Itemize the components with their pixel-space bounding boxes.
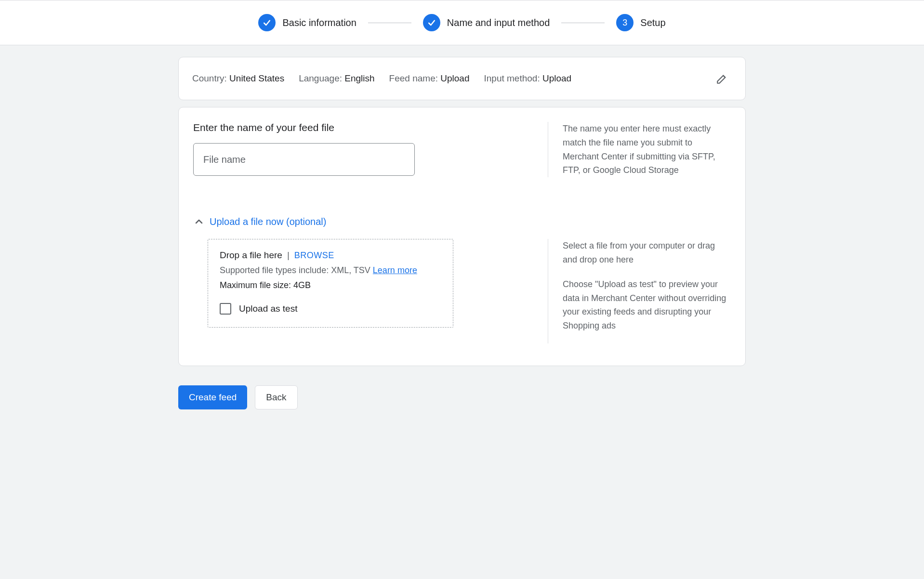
summary-input-method: Input method: Upload xyxy=(484,73,571,84)
browse-button[interactable]: BROWSE xyxy=(294,250,334,261)
step-connector xyxy=(368,23,411,23)
learn-more-link[interactable]: Learn more xyxy=(373,265,417,275)
step-name-input-method[interactable]: Name and input method xyxy=(423,14,550,31)
step-number-badge: 3 xyxy=(616,14,634,31)
drop-text: Drop a file here xyxy=(220,250,282,261)
stepper: Basic information Name and input method … xyxy=(0,0,924,45)
upload-now-label: Upload a file now (optional) xyxy=(210,216,326,227)
supported-types-text: Supported file types include: XML, TSV xyxy=(220,265,373,275)
summary-language: Language: English xyxy=(299,73,374,84)
upload-help-1: Select a file from your computer or drag… xyxy=(563,239,731,267)
feed-summary-card: Country: United States Language: English… xyxy=(178,57,746,100)
step-connector xyxy=(561,23,605,23)
create-feed-button[interactable]: Create feed xyxy=(178,385,247,409)
checkmark-icon xyxy=(258,14,276,31)
max-filesize-text: Maximum file size: 4GB xyxy=(220,280,441,290)
upload-as-test-label: Upload as test xyxy=(239,303,297,314)
summary-feed-name: Feed name: Upload xyxy=(389,73,470,84)
step-label: Name and input method xyxy=(447,17,550,28)
pencil-icon xyxy=(716,72,728,85)
summary-country: Country: United States xyxy=(192,73,284,84)
upload-as-test-checkbox[interactable]: Upload as test xyxy=(220,303,441,315)
checkmark-icon xyxy=(423,14,440,31)
setup-card: Enter the name of your feed file The nam… xyxy=(178,107,746,366)
filename-input[interactable] xyxy=(193,143,415,176)
back-button[interactable]: Back xyxy=(255,385,297,409)
step-setup[interactable]: 3 Setup xyxy=(616,14,665,31)
separator: | xyxy=(287,250,290,261)
upload-help-2: Choose "Upload as test" to preview your … xyxy=(563,277,731,333)
file-dropzone[interactable]: Drop a file here | BROWSE Supported file… xyxy=(208,239,453,328)
upload-now-toggle[interactable]: Upload a file now (optional) xyxy=(179,216,745,227)
edit-summary-button[interactable] xyxy=(713,69,732,88)
checkbox-icon xyxy=(220,303,231,315)
filename-heading: Enter the name of your feed file xyxy=(193,122,528,133)
step-label: Setup xyxy=(640,17,665,28)
step-label: Basic information xyxy=(282,17,356,28)
filename-help-text: The name you enter here must exactly mat… xyxy=(548,122,731,177)
chevron-up-icon xyxy=(193,216,205,227)
step-basic-information[interactable]: Basic information xyxy=(258,14,356,31)
